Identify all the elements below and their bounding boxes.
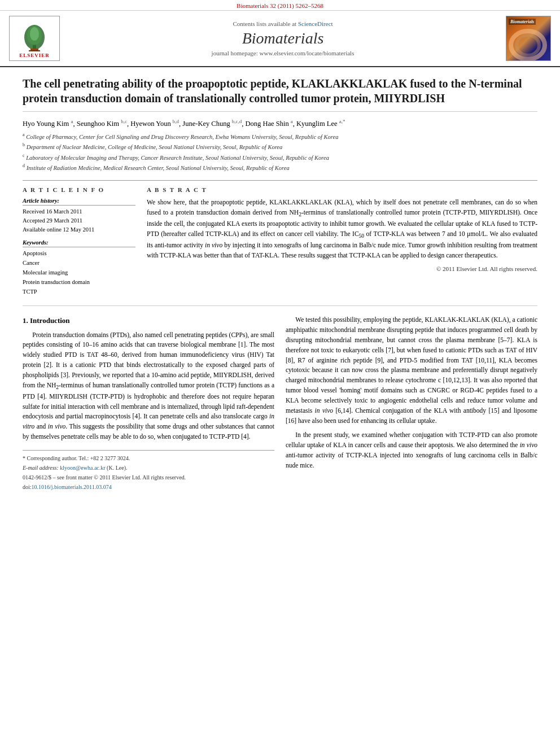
affiliation-b: b Department of Nuclear Medicine, Colleg… [23, 142, 537, 151]
intro-para-1: Protein transduction domains (PTDs), als… [23, 330, 274, 442]
svg-rect-5 [29, 50, 40, 51]
keyword-2: Cancer [23, 259, 135, 268]
journal-header: ELSEVIER Contents lists available at Sci… [0, 11, 560, 67]
intro-section-title: 1. Introduction [23, 315, 274, 326]
keyword-4: Protein transduction domain [23, 278, 135, 287]
main-content: The cell penetrating ability of the proa… [0, 67, 560, 501]
footnotes: * Corresponding author. Tel.: +82 2 3277… [23, 450, 274, 491]
journal-homepage: journal homepage: www.elsevier.com/locat… [60, 50, 506, 56]
abstract-section: A B S T R A C T We show here, that the p… [147, 186, 537, 296]
article-info-column: A R T I C L E I N F O Article history: R… [23, 186, 135, 296]
citation-bar: Biomaterials 32 (2011) 5262–5268 [0, 0, 560, 11]
journal-title: Biomaterials [60, 29, 506, 47]
keyword-3: Molecular imaging [23, 268, 135, 278]
accepted-date: Accepted 29 March 2011 [23, 216, 135, 225]
section-divider [23, 305, 537, 306]
authors-line: Hyo Young Kim a, Seunghoo Kim b,c, Hyewo… [23, 119, 537, 128]
affiliation-a: a College of Pharmacy, Center for Cell S… [23, 132, 537, 141]
keyword-5: TCTP [23, 287, 135, 297]
elsevier-logo: ELSEVIER [9, 16, 60, 61]
intro-para-3: In the present study, we examined whethe… [286, 430, 537, 470]
affiliation-d: d Institute of Radiation Medicine, Medic… [23, 163, 537, 172]
svg-rect-4 [30, 49, 38, 50]
thumb-decoration [506, 27, 549, 61]
keyword-1: Apoptosis [23, 249, 135, 259]
history-label: Article history: [23, 198, 135, 206]
journal-thumbnail: Biomaterials [506, 16, 551, 61]
elsevier-tree-icon [18, 21, 51, 53]
thumb-label: Biomaterials [509, 19, 536, 25]
sciencedirect-link[interactable]: ScienceDirect [298, 20, 333, 27]
svg-point-3 [30, 27, 39, 41]
copyright-text: © 2011 Elsevier Ltd. All rights reserved… [147, 265, 537, 272]
available-date: Available online 12 May 2011 [23, 225, 135, 234]
journal-center-info: Contents lists available at ScienceDirec… [60, 20, 506, 56]
article-info-abstract-section: A R T I C L E I N F O Article history: R… [23, 180, 537, 296]
footnote-corresponding: * Corresponding author. Tel.: +82 2 3277… [23, 454, 274, 462]
article-info-header: A R T I C L E I N F O [23, 186, 135, 193]
abstract-text: We show here, that the proapoptotic pept… [147, 198, 537, 261]
body-right-column: We tested this possibility, employing th… [286, 315, 537, 492]
abstract-header: A B S T R A C T [147, 186, 537, 193]
svg-point-7 [517, 35, 539, 55]
footnote-doi: doi:10.1016/j.biomaterials.2011.03.074 [23, 483, 274, 491]
footnote-issn: 0142-9612/$ – see front matter © 2011 El… [23, 473, 274, 482]
email-link[interactable]: klyoon@ewha.ac.kr [60, 465, 105, 471]
sciencedirect-line: Contents lists available at ScienceDirec… [60, 20, 506, 27]
body-left-column: 1. Introduction Protein transduction dom… [23, 315, 274, 492]
keywords-section: Keywords: Apoptosis Cancer Molecular ima… [23, 239, 135, 296]
citation-text: Biomaterials 32 (2011) 5262–5268 [237, 2, 323, 9]
footnote-email: E-mail address: klyoon@ewha.ac.kr (K. Le… [23, 464, 274, 472]
article-title: The cell penetrating ability of the proa… [23, 76, 537, 112]
affiliations: a College of Pharmacy, Center for Cell S… [23, 132, 537, 172]
keywords-label: Keywords: [23, 239, 135, 247]
article-history: Article history: Received 16 March 2011 … [23, 198, 135, 234]
affiliation-c: c Laboratory of Molecular Imaging and Th… [23, 152, 537, 162]
intro-para-2: We tested this possibility, employing th… [286, 315, 537, 426]
received-date: Received 16 March 2011 [23, 207, 135, 216]
doi-link[interactable]: 10.1016/j.biomaterials.2011.03.074 [32, 484, 112, 490]
elsevier-brand-text: ELSEVIER [19, 53, 50, 58]
body-content: 1. Introduction Protein transduction dom… [23, 315, 537, 492]
